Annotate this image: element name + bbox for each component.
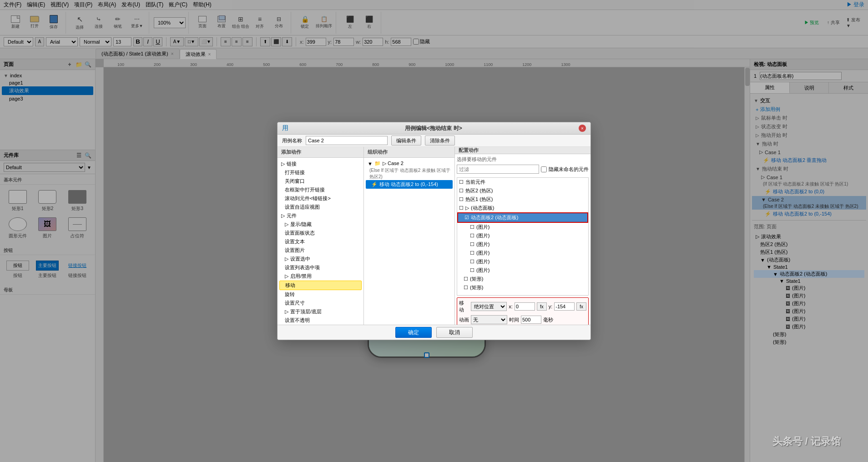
action-rotate[interactable]: 旋转 xyxy=(279,290,362,299)
action-show-hide[interactable]: ▷ 显示/隐藏 xyxy=(279,220,362,229)
anim-select[interactable]: 无 xyxy=(471,315,507,324)
action-open-link[interactable]: 打开链接 xyxy=(279,168,362,177)
widget-label2: 元件 xyxy=(287,212,297,219)
ct-current[interactable]: ☐ 当前元件 xyxy=(457,178,588,186)
action-layer[interactable]: ▷ 置于顶层/底层 xyxy=(279,307,362,316)
y-coord-input[interactable] xyxy=(554,302,575,311)
layer-label: 置于顶层/底层 xyxy=(290,308,322,315)
opacity-label: 设置不透明 xyxy=(285,317,310,324)
anim-label: 动画 xyxy=(459,316,469,323)
check-rect2: ☐ xyxy=(464,285,468,291)
edit-condition-btn[interactable]: 编辑条件 xyxy=(391,136,421,146)
add-action-col: 添加动作 ▷ 链接 打开链接 关闭窗口 在框架中打开链接 xyxy=(278,147,364,325)
dialog-close-btn[interactable]: × xyxy=(579,125,586,132)
case-name-label: 用例名称 xyxy=(282,137,302,144)
org-action-move[interactable]: ⚡ 移动 动态面板2 to (0,-154) xyxy=(366,180,453,189)
dialog-footer: 确定 取消 xyxy=(278,325,590,340)
scroll-label2: 滚动到元件<锚链接> xyxy=(285,195,331,202)
ct-img3[interactable]: ☐ (图片) xyxy=(457,240,588,249)
action-open-frame[interactable]: 在框架中打开链接 xyxy=(279,186,362,194)
move-position-row: 移动 绝对位置 x: fx y: fx xyxy=(459,300,586,313)
ct-img2-label: (图片) xyxy=(476,232,490,239)
link-arrow-icon: ▷ xyxy=(281,161,285,167)
clear-condition-btn[interactable]: 清除条件 xyxy=(425,136,455,146)
config-col: 配置动作 选择要移动的元件 隐藏未命名的元件 ☐ 当前元件 xyxy=(455,147,590,325)
action-link-group[interactable]: ▷ 链接 xyxy=(279,160,362,168)
action-set-selected[interactable]: ▷ 设置选中 xyxy=(279,255,362,263)
action-set-panel[interactable]: 设置面板状态 xyxy=(279,229,362,237)
animation-row: 动画 无 时间 毫秒 xyxy=(459,315,586,324)
action-opacity[interactable]: 设置不透明 xyxy=(279,316,362,325)
time-label: 时间 xyxy=(509,316,519,323)
org-action-move-label: 移动 动态面板2 to (0,-154) xyxy=(379,181,438,188)
config-title: 选择要移动的元件 xyxy=(457,156,589,163)
ct-img6[interactable]: ☐ (图片) xyxy=(457,266,588,275)
check-img3: ☐ xyxy=(470,241,474,247)
position-type-select[interactable]: 绝对位置 xyxy=(471,302,507,311)
ct-img4-label: (图片) xyxy=(476,250,490,256)
add-action-header: 添加动作 xyxy=(278,147,363,158)
dialog-toolbar: 用例名称 编辑条件 清除条件 xyxy=(278,135,590,147)
ct-current-label: 当前元件 xyxy=(465,179,485,186)
org-action-col: 组织动作 ▼ 📁 ▷ Case 2 (Else If 区域于 动态面板2 未接触… xyxy=(364,147,455,325)
case-name-input[interactable] xyxy=(306,136,388,145)
cancel-btn[interactable]: 取消 xyxy=(436,327,473,338)
ct-dynpanel2[interactable]: ☑ 动态面板2 (动态面板) xyxy=(457,212,588,223)
x-coord-label: x: xyxy=(509,304,513,309)
dialog-body: 添加动作 ▷ 链接 打开链接 关闭窗口 在框架中打开链接 xyxy=(278,147,590,325)
dialog-header: 用 用例编辑<拖动结束 时> × xyxy=(278,122,590,135)
set-view-label: 设置自适应视图 xyxy=(285,204,320,211)
ct-img3-label: (图片) xyxy=(476,241,490,248)
ct-dynpanel-group[interactable]: ☐ ▷ (动态面板) xyxy=(457,204,588,212)
ct-rect1[interactable]: ☐ (矩形) xyxy=(457,275,588,283)
config-bottom: 移动 绝对位置 x: fx y: fx 动画 xyxy=(457,297,589,325)
ct-hotzone1[interactable]: ☐ 热区1 (热区) xyxy=(457,195,588,204)
ct-hotzone1-label: 热区1 (热区) xyxy=(465,196,493,203)
set-panel-label: 设置面板状态 xyxy=(285,230,315,236)
org-case2[interactable]: ▼ 📁 ▷ Case 2 xyxy=(366,160,453,167)
action-widget-group[interactable]: ▷ 元件 xyxy=(279,211,362,220)
widget-arrow-icon: ▷ xyxy=(281,213,285,219)
action-enable-disable[interactable]: ▷ 启用/禁用 xyxy=(279,272,362,281)
org-case2-arrow: ▼ xyxy=(368,161,373,166)
use-case-dialog: 用 用例编辑<拖动结束 时> × 用例名称 编辑条件 清除条件 添加动作 ▷ 链… xyxy=(277,122,591,340)
config-header: 配置动作 xyxy=(455,147,590,154)
config-search-input[interactable] xyxy=(457,165,539,174)
fx-x-btn[interactable]: fx xyxy=(537,302,547,311)
hide-unnamed-checkbox[interactable] xyxy=(541,166,547,172)
check-current: ☐ xyxy=(459,179,464,185)
ct-img2[interactable]: ☐ (图片) xyxy=(457,231,588,240)
move-label: 移动 xyxy=(285,282,295,289)
action-set-list[interactable]: 设置列表选中项 xyxy=(279,263,362,272)
action-set-text[interactable]: 设置文本 xyxy=(279,237,362,246)
lightning-icon-org: ⚡ xyxy=(371,181,378,187)
ok-btn[interactable]: 确定 xyxy=(395,327,432,338)
ct-img5[interactable]: ☐ (图片) xyxy=(457,257,588,266)
ct-rect2[interactable]: ☐ (矩形) xyxy=(457,283,588,292)
ct-hotzone2[interactable]: ☐ 热区2 (热区) xyxy=(457,186,588,195)
check-hotzone1: ☐ xyxy=(459,196,464,202)
hide-unnamed-row: 隐藏未命名的元件 xyxy=(541,165,589,174)
ct-img1[interactable]: ☐ (图片) xyxy=(457,223,588,231)
action-set-size[interactable]: 设置尺寸 xyxy=(279,299,362,307)
action-set-image[interactable]: 设置图片 xyxy=(279,246,362,255)
check-img5: ☐ xyxy=(470,259,474,265)
dialog-title: 用例编辑<拖动结束 时> xyxy=(405,125,462,132)
set-image-label: 设置图片 xyxy=(285,247,305,254)
x-coord-input[interactable] xyxy=(515,302,535,311)
ct-rect1-label: (矩形) xyxy=(470,276,483,282)
time-input[interactable] xyxy=(521,316,541,324)
action-move[interactable]: 移动 xyxy=(279,281,362,290)
ct-img6-label: (图片) xyxy=(476,267,490,274)
fx-y-btn[interactable]: fx xyxy=(576,302,586,311)
check-hotzone2: ☐ xyxy=(459,188,464,194)
action-scroll[interactable]: 滚动到元件<锚链接> xyxy=(279,194,362,203)
check-rect1: ☐ xyxy=(464,276,468,282)
check-dynpanel2: ☑ xyxy=(464,215,469,221)
config-tree-area: ☐ 当前元件 ☐ 热区2 (热区) ☐ 热区1 (热区) ☐ xyxy=(457,177,589,296)
action-set-view[interactable]: 设置自适应视图 xyxy=(279,203,362,211)
action-close-window[interactable]: 关闭窗口 xyxy=(279,177,362,186)
config-panel: 选择要移动的元件 隐藏未命名的元件 ☐ 当前元件 xyxy=(455,154,590,325)
link-label: 链接 xyxy=(287,161,297,167)
ct-img4[interactable]: ☐ (图片) xyxy=(457,249,588,257)
